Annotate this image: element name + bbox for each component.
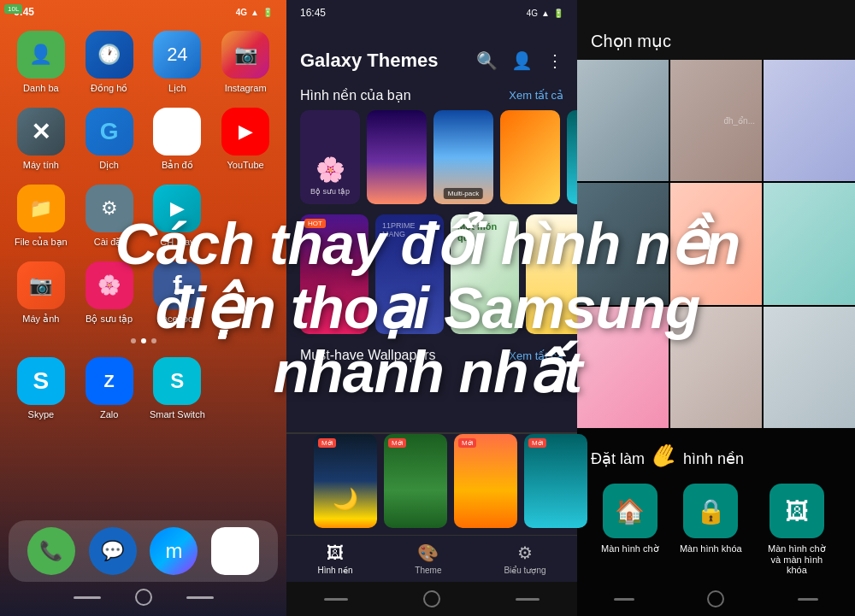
app-skype[interactable]: S Skype bbox=[10, 357, 72, 419]
dock-phone[interactable]: 📞 bbox=[22, 527, 80, 575]
swp-lock-icon: 🔒 bbox=[683, 484, 738, 538]
swp-home-btn bbox=[707, 590, 724, 607]
swp-recents-btn bbox=[798, 598, 818, 601]
signal-icon: 4G bbox=[236, 8, 247, 17]
gt-preview-4[interactable]: 10L bbox=[526, 214, 577, 334]
right-panel-header: Chọn mục bbox=[577, 0, 855, 60]
app-camera[interactable]: 📷 Máy ảnh bbox=[10, 261, 72, 325]
app-youtube[interactable]: ▶ YouTube bbox=[215, 108, 276, 171]
app-chplay[interactable]: ▶ CH Play bbox=[147, 185, 209, 248]
mh-tile-night[interactable]: Mới 🌙 bbox=[314, 434, 377, 528]
app-translate[interactable]: G Dịch bbox=[79, 108, 140, 171]
wp-tile-1[interactable] bbox=[367, 110, 427, 204]
app-label-translate: Dịch bbox=[99, 160, 119, 171]
mh-tile-ocean[interactable]: Mới bbox=[524, 434, 587, 528]
gt-nav-theme-label: Theme bbox=[415, 566, 441, 575]
wp-tile-3[interactable] bbox=[500, 110, 560, 204]
facebook-icon: f bbox=[153, 261, 201, 309]
left-phone-panel: 6:45 4G ▲ 🔋 👤 Danh ba 🕐 Đồng hồ 24 Lịch bbox=[0, 0, 286, 616]
mh-tile-forest[interactable]: Mới bbox=[384, 434, 447, 528]
swp-title: Đặt làm 🤚 hình nền bbox=[591, 442, 744, 470]
gt-nav-wallpaper-icon: 🖼 bbox=[327, 543, 344, 563]
mh-badge-new3: Mới bbox=[458, 438, 476, 448]
dot2 bbox=[141, 338, 146, 343]
app-instagram[interactable]: 📷 Instagram bbox=[215, 31, 276, 94]
app-calculator[interactable]: ✕ Máy tính bbox=[10, 108, 72, 171]
photo-cell-2[interactable]: đh_ổn... bbox=[670, 60, 762, 181]
gt-preview-2[interactable]: 11PRIMEMANG bbox=[375, 214, 444, 334]
app-label-clock: Đồng hồ bbox=[91, 83, 127, 94]
gt-profile-icon[interactable]: 👤 bbox=[511, 50, 533, 71]
swp-option-lock[interactable]: 🔒 Màn hình khóa bbox=[680, 484, 742, 575]
swp-option-home[interactable]: 🏠 Màn hình chờ bbox=[601, 484, 659, 575]
photo-cell-1[interactable] bbox=[577, 60, 669, 181]
dot3 bbox=[151, 338, 156, 343]
dock-messages[interactable]: 💬 bbox=[84, 527, 142, 575]
right-panel: Chọn mục đh_ổn... Đặt làm bbox=[577, 0, 855, 616]
app-calendar[interactable]: 24 Lịch bbox=[147, 31, 209, 94]
gt-section2-title: Must-have Wallpapers bbox=[300, 348, 436, 363]
dock-chrome[interactable]: ⊙ bbox=[206, 527, 264, 575]
wp-tile-collection[interactable]: 🌸 Bộ sưu tập bbox=[300, 110, 360, 204]
app-settings[interactable]: ⚙ Cài đặt bbox=[79, 185, 140, 248]
recents-button bbox=[186, 596, 214, 599]
photo-cell-8[interactable] bbox=[670, 307, 762, 428]
wp-tile-4[interactable] bbox=[567, 110, 577, 204]
app-zalo[interactable]: Z Zalo bbox=[79, 357, 140, 419]
app-facebook[interactable]: f Facebook bbox=[147, 261, 209, 325]
gt-nav-theme[interactable]: 🎨 Theme bbox=[415, 543, 441, 575]
swp-option-both-label: Màn hình chờ và màn hình khóa bbox=[763, 543, 831, 575]
photo-cell-3[interactable] bbox=[764, 60, 855, 181]
swp-option-both[interactable]: 🖼 Màn hình chờ và màn hình khóa bbox=[763, 484, 831, 575]
app-clock[interactable]: 🕐 Đồng hồ bbox=[79, 31, 140, 94]
mh-badge-new4: Mới bbox=[528, 438, 546, 448]
photo-cell-4[interactable] bbox=[577, 183, 669, 304]
app-collection[interactable]: 🌸 Bộ sưu tập bbox=[79, 261, 140, 325]
photo-cell-9[interactable] bbox=[764, 307, 855, 428]
app-label-chplay: CH Play bbox=[160, 237, 194, 247]
zalo-icon: Z bbox=[86, 357, 133, 405]
gt-preview-badge-hot: HOT bbox=[304, 219, 326, 228]
gt-nav-wallpaper[interactable]: 🖼 Hình nền bbox=[317, 543, 352, 575]
youtube-icon: ▶ bbox=[221, 108, 269, 155]
mh-tiles-row: Mới 🌙 Mới Mới Mới bbox=[300, 434, 563, 528]
app-label-maps: Bản đồ bbox=[162, 160, 193, 171]
app-label-smartswitch: Smart Switch bbox=[150, 409, 205, 419]
wp-tile-2[interactable]: Multi-pack bbox=[433, 110, 493, 204]
home-button bbox=[135, 589, 152, 606]
gt-section1-see-all[interactable]: Xem tất cả bbox=[509, 89, 563, 102]
app-label-skype: Skype bbox=[28, 409, 55, 419]
gt-preview-1[interactable]: HOT bbox=[300, 214, 369, 334]
mh-badge-new1: Mới bbox=[318, 438, 336, 448]
app-file[interactable]: 📁 File của bạn bbox=[10, 185, 72, 248]
app-label-instagram: Instagram bbox=[225, 83, 267, 93]
photo-cell-6[interactable] bbox=[764, 183, 855, 304]
photo-grid: đh_ổn... bbox=[577, 60, 855, 428]
gt-search-icon[interactable]: 🔍 bbox=[476, 50, 498, 71]
gt-home-btn bbox=[423, 590, 440, 607]
app-label-file: File của bạn bbox=[15, 237, 68, 248]
app-maps[interactable]: 🗺 Bản đồ bbox=[147, 108, 209, 171]
dock-messenger[interactable]: m bbox=[145, 527, 203, 575]
set-wallpaper-panel: Đặt làm 🤚 hình nền 🏠 Màn hình chờ 🔒 Màn … bbox=[577, 428, 855, 616]
gt-wifi: ▲ bbox=[541, 9, 550, 18]
gt-recents-btn bbox=[516, 598, 540, 601]
status-bar-left: 6:45 4G ▲ 🔋 bbox=[0, 0, 286, 24]
app-empty1 bbox=[215, 185, 276, 248]
app-label-settings: Cài đặt bbox=[94, 237, 125, 248]
swp-hand-icon: 🤚 bbox=[644, 436, 684, 475]
gt-section2-see-all[interactable]: Xem tất cả bbox=[509, 349, 563, 362]
photo-cell-7[interactable] bbox=[577, 307, 669, 428]
app-contacts[interactable]: 👤 Danh ba bbox=[10, 31, 72, 94]
app-label-calendar: Lịch bbox=[168, 83, 186, 94]
gt-preview-row: HOT 11PRIMEMANG Một món quà 10L bbox=[286, 204, 577, 341]
gt-preview-3[interactable]: Một món quà bbox=[451, 214, 519, 334]
gt-more-icon[interactable]: ⋮ bbox=[546, 50, 563, 71]
app-smartswitch[interactable]: S Smart Switch bbox=[147, 357, 209, 419]
gt-nav-icon-label: Biểu tượng bbox=[504, 566, 545, 575]
gt-nav-icon[interactable]: ⚙ Biểu tượng bbox=[504, 543, 545, 575]
gt-battery: 🔋 bbox=[553, 9, 563, 18]
mh-tile-sunset[interactable]: Mới bbox=[454, 434, 517, 528]
swp-both-icon: 🖼 bbox=[770, 484, 824, 538]
photo-cell-5[interactable] bbox=[670, 183, 762, 304]
